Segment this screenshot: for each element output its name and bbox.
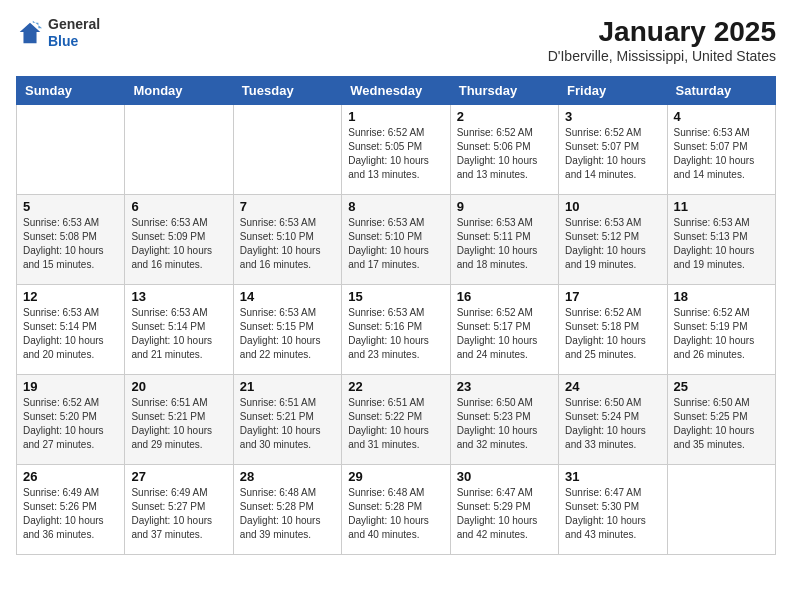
calendar-cell: 20Sunrise: 6:51 AM Sunset: 5:21 PM Dayli… (125, 375, 233, 465)
day-info: Sunrise: 6:52 AM Sunset: 5:06 PM Dayligh… (457, 126, 552, 182)
day-number: 1 (348, 109, 443, 124)
calendar-cell: 18Sunrise: 6:52 AM Sunset: 5:19 PM Dayli… (667, 285, 775, 375)
calendar-cell: 15Sunrise: 6:53 AM Sunset: 5:16 PM Dayli… (342, 285, 450, 375)
day-number: 9 (457, 199, 552, 214)
title-block: January 2025 D'Iberville, Mississippi, U… (548, 16, 776, 64)
day-number: 21 (240, 379, 335, 394)
day-info: Sunrise: 6:53 AM Sunset: 5:14 PM Dayligh… (23, 306, 118, 362)
day-info: Sunrise: 6:50 AM Sunset: 5:25 PM Dayligh… (674, 396, 769, 452)
day-number: 15 (348, 289, 443, 304)
day-number: 3 (565, 109, 660, 124)
logo-general: General (48, 16, 100, 33)
day-info: Sunrise: 6:53 AM Sunset: 5:07 PM Dayligh… (674, 126, 769, 182)
day-info: Sunrise: 6:48 AM Sunset: 5:28 PM Dayligh… (240, 486, 335, 542)
day-info: Sunrise: 6:53 AM Sunset: 5:09 PM Dayligh… (131, 216, 226, 272)
calendar-cell: 12Sunrise: 6:53 AM Sunset: 5:14 PM Dayli… (17, 285, 125, 375)
calendar-cell: 10Sunrise: 6:53 AM Sunset: 5:12 PM Dayli… (559, 195, 667, 285)
calendar-cell: 26Sunrise: 6:49 AM Sunset: 5:26 PM Dayli… (17, 465, 125, 555)
day-info: Sunrise: 6:53 AM Sunset: 5:11 PM Dayligh… (457, 216, 552, 272)
day-number: 25 (674, 379, 769, 394)
day-info: Sunrise: 6:52 AM Sunset: 5:17 PM Dayligh… (457, 306, 552, 362)
day-info: Sunrise: 6:51 AM Sunset: 5:22 PM Dayligh… (348, 396, 443, 452)
month-title: January 2025 (548, 16, 776, 48)
day-number: 7 (240, 199, 335, 214)
calendar-cell: 25Sunrise: 6:50 AM Sunset: 5:25 PM Dayli… (667, 375, 775, 465)
day-number: 30 (457, 469, 552, 484)
day-info: Sunrise: 6:51 AM Sunset: 5:21 PM Dayligh… (240, 396, 335, 452)
calendar-week-row: 12Sunrise: 6:53 AM Sunset: 5:14 PM Dayli… (17, 285, 776, 375)
day-info: Sunrise: 6:53 AM Sunset: 5:16 PM Dayligh… (348, 306, 443, 362)
calendar-cell: 24Sunrise: 6:50 AM Sunset: 5:24 PM Dayli… (559, 375, 667, 465)
weekday-header: Sunday (17, 77, 125, 105)
day-number: 11 (674, 199, 769, 214)
day-number: 6 (131, 199, 226, 214)
calendar-cell: 28Sunrise: 6:48 AM Sunset: 5:28 PM Dayli… (233, 465, 341, 555)
logo: General Blue (16, 16, 100, 50)
calendar-week-row: 5Sunrise: 6:53 AM Sunset: 5:08 PM Daylig… (17, 195, 776, 285)
weekday-header: Thursday (450, 77, 558, 105)
calendar-cell (17, 105, 125, 195)
calendar-cell: 14Sunrise: 6:53 AM Sunset: 5:15 PM Dayli… (233, 285, 341, 375)
day-number: 16 (457, 289, 552, 304)
calendar-cell: 13Sunrise: 6:53 AM Sunset: 5:14 PM Dayli… (125, 285, 233, 375)
weekday-header-row: SundayMondayTuesdayWednesdayThursdayFrid… (17, 77, 776, 105)
calendar-week-row: 19Sunrise: 6:52 AM Sunset: 5:20 PM Dayli… (17, 375, 776, 465)
calendar-cell: 7Sunrise: 6:53 AM Sunset: 5:10 PM Daylig… (233, 195, 341, 285)
day-info: Sunrise: 6:52 AM Sunset: 5:18 PM Dayligh… (565, 306, 660, 362)
day-number: 19 (23, 379, 118, 394)
day-number: 31 (565, 469, 660, 484)
day-info: Sunrise: 6:53 AM Sunset: 5:08 PM Dayligh… (23, 216, 118, 272)
day-info: Sunrise: 6:49 AM Sunset: 5:27 PM Dayligh… (131, 486, 226, 542)
calendar-cell: 27Sunrise: 6:49 AM Sunset: 5:27 PM Dayli… (125, 465, 233, 555)
calendar-cell: 6Sunrise: 6:53 AM Sunset: 5:09 PM Daylig… (125, 195, 233, 285)
day-info: Sunrise: 6:53 AM Sunset: 5:12 PM Dayligh… (565, 216, 660, 272)
day-number: 14 (240, 289, 335, 304)
calendar-cell (233, 105, 341, 195)
calendar-cell: 17Sunrise: 6:52 AM Sunset: 5:18 PM Dayli… (559, 285, 667, 375)
day-info: Sunrise: 6:49 AM Sunset: 5:26 PM Dayligh… (23, 486, 118, 542)
day-number: 8 (348, 199, 443, 214)
weekday-header: Saturday (667, 77, 775, 105)
logo-icon (16, 19, 44, 47)
calendar-cell: 31Sunrise: 6:47 AM Sunset: 5:30 PM Dayli… (559, 465, 667, 555)
calendar-cell: 19Sunrise: 6:52 AM Sunset: 5:20 PM Dayli… (17, 375, 125, 465)
calendar-cell: 23Sunrise: 6:50 AM Sunset: 5:23 PM Dayli… (450, 375, 558, 465)
day-number: 4 (674, 109, 769, 124)
day-number: 17 (565, 289, 660, 304)
calendar-cell: 8Sunrise: 6:53 AM Sunset: 5:10 PM Daylig… (342, 195, 450, 285)
day-info: Sunrise: 6:52 AM Sunset: 5:20 PM Dayligh… (23, 396, 118, 452)
logo-blue: Blue (48, 33, 100, 50)
calendar-cell: 3Sunrise: 6:52 AM Sunset: 5:07 PM Daylig… (559, 105, 667, 195)
weekday-header: Friday (559, 77, 667, 105)
day-info: Sunrise: 6:52 AM Sunset: 5:05 PM Dayligh… (348, 126, 443, 182)
day-number: 22 (348, 379, 443, 394)
location: D'Iberville, Mississippi, United States (548, 48, 776, 64)
weekday-header: Monday (125, 77, 233, 105)
day-info: Sunrise: 6:53 AM Sunset: 5:10 PM Dayligh… (240, 216, 335, 272)
day-number: 18 (674, 289, 769, 304)
day-info: Sunrise: 6:53 AM Sunset: 5:15 PM Dayligh… (240, 306, 335, 362)
calendar-cell: 9Sunrise: 6:53 AM Sunset: 5:11 PM Daylig… (450, 195, 558, 285)
day-info: Sunrise: 6:50 AM Sunset: 5:23 PM Dayligh… (457, 396, 552, 452)
day-number: 5 (23, 199, 118, 214)
calendar-cell: 4Sunrise: 6:53 AM Sunset: 5:07 PM Daylig… (667, 105, 775, 195)
day-info: Sunrise: 6:47 AM Sunset: 5:29 PM Dayligh… (457, 486, 552, 542)
day-number: 10 (565, 199, 660, 214)
calendar-cell: 22Sunrise: 6:51 AM Sunset: 5:22 PM Dayli… (342, 375, 450, 465)
day-info: Sunrise: 6:48 AM Sunset: 5:28 PM Dayligh… (348, 486, 443, 542)
weekday-header: Wednesday (342, 77, 450, 105)
day-info: Sunrise: 6:53 AM Sunset: 5:14 PM Dayligh… (131, 306, 226, 362)
page-header: General Blue January 2025 D'Iberville, M… (16, 16, 776, 64)
day-info: Sunrise: 6:47 AM Sunset: 5:30 PM Dayligh… (565, 486, 660, 542)
calendar-cell: 5Sunrise: 6:53 AM Sunset: 5:08 PM Daylig… (17, 195, 125, 285)
day-number: 23 (457, 379, 552, 394)
day-number: 20 (131, 379, 226, 394)
calendar: SundayMondayTuesdayWednesdayThursdayFrid… (16, 76, 776, 555)
day-info: Sunrise: 6:52 AM Sunset: 5:07 PM Dayligh… (565, 126, 660, 182)
day-info: Sunrise: 6:50 AM Sunset: 5:24 PM Dayligh… (565, 396, 660, 452)
calendar-cell: 21Sunrise: 6:51 AM Sunset: 5:21 PM Dayli… (233, 375, 341, 465)
calendar-cell (125, 105, 233, 195)
calendar-cell: 2Sunrise: 6:52 AM Sunset: 5:06 PM Daylig… (450, 105, 558, 195)
calendar-cell (667, 465, 775, 555)
calendar-cell: 16Sunrise: 6:52 AM Sunset: 5:17 PM Dayli… (450, 285, 558, 375)
